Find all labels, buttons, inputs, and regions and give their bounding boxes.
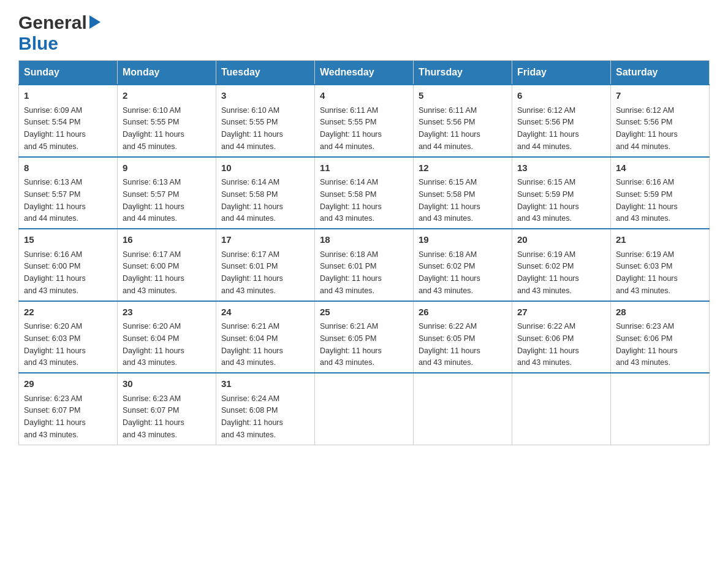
calendar-day-cell: 7Sunrise: 6:12 AM Sunset: 5:56 PM Daylig… bbox=[611, 85, 710, 157]
weekday-header-thursday: Thursday bbox=[414, 61, 512, 85]
day-number: 1 bbox=[24, 89, 112, 103]
day-info: Sunrise: 6:18 AM Sunset: 6:02 PM Dayligh… bbox=[419, 250, 480, 295]
calendar-day-cell: 28Sunrise: 6:23 AM Sunset: 6:06 PM Dayli… bbox=[611, 301, 710, 373]
calendar-day-cell: 6Sunrise: 6:12 AM Sunset: 5:56 PM Daylig… bbox=[512, 85, 611, 157]
day-info: Sunrise: 6:23 AM Sunset: 6:07 PM Dayligh… bbox=[24, 394, 86, 439]
calendar-day-cell: 29Sunrise: 6:23 AM Sunset: 6:07 PM Dayli… bbox=[19, 373, 118, 445]
logo-general-text: General bbox=[18, 12, 87, 33]
day-number: 28 bbox=[616, 305, 704, 320]
day-number: 3 bbox=[221, 89, 309, 103]
empty-cell bbox=[315, 373, 414, 445]
day-info: Sunrise: 6:20 AM Sunset: 6:04 PM Dayligh… bbox=[123, 322, 184, 367]
calendar-day-cell: 2Sunrise: 6:10 AM Sunset: 5:55 PM Daylig… bbox=[118, 85, 216, 157]
day-info: Sunrise: 6:16 AM Sunset: 5:59 PM Dayligh… bbox=[616, 178, 678, 223]
day-info: Sunrise: 6:21 AM Sunset: 6:04 PM Dayligh… bbox=[221, 322, 283, 367]
day-number: 25 bbox=[320, 305, 408, 320]
day-info: Sunrise: 6:11 AM Sunset: 5:55 PM Dayligh… bbox=[320, 106, 382, 151]
calendar-day-cell: 17Sunrise: 6:17 AM Sunset: 6:01 PM Dayli… bbox=[216, 229, 315, 301]
day-info: Sunrise: 6:21 AM Sunset: 6:05 PM Dayligh… bbox=[320, 322, 382, 367]
day-info: Sunrise: 6:14 AM Sunset: 5:58 PM Dayligh… bbox=[221, 178, 283, 223]
weekday-header-sunday: Sunday bbox=[19, 61, 118, 85]
calendar-day-cell: 8Sunrise: 6:13 AM Sunset: 5:57 PM Daylig… bbox=[19, 157, 118, 229]
day-number: 15 bbox=[24, 233, 112, 247]
day-number: 23 bbox=[123, 305, 211, 320]
calendar-day-cell: 19Sunrise: 6:18 AM Sunset: 6:02 PM Dayli… bbox=[414, 229, 512, 301]
calendar-table: SundayMondayTuesdayWednesdayThursdayFrid… bbox=[18, 60, 710, 445]
day-number: 8 bbox=[24, 161, 112, 175]
day-number: 7 bbox=[616, 89, 704, 103]
day-info: Sunrise: 6:20 AM Sunset: 6:03 PM Dayligh… bbox=[24, 322, 86, 367]
day-number: 5 bbox=[419, 89, 507, 103]
day-info: Sunrise: 6:19 AM Sunset: 6:03 PM Dayligh… bbox=[616, 250, 678, 295]
calendar-day-cell: 13Sunrise: 6:15 AM Sunset: 5:59 PM Dayli… bbox=[512, 157, 611, 229]
calendar-day-cell: 9Sunrise: 6:13 AM Sunset: 5:57 PM Daylig… bbox=[118, 157, 216, 229]
day-number: 26 bbox=[419, 305, 507, 320]
empty-cell bbox=[414, 373, 512, 445]
day-info: Sunrise: 6:10 AM Sunset: 5:55 PM Dayligh… bbox=[221, 106, 283, 151]
calendar-week-row: 1Sunrise: 6:09 AM Sunset: 5:54 PM Daylig… bbox=[19, 85, 710, 157]
weekday-header-wednesday: Wednesday bbox=[315, 61, 414, 85]
day-info: Sunrise: 6:23 AM Sunset: 6:07 PM Dayligh… bbox=[123, 394, 184, 439]
day-info: Sunrise: 6:12 AM Sunset: 5:56 PM Dayligh… bbox=[517, 106, 579, 151]
day-number: 6 bbox=[517, 89, 605, 103]
day-info: Sunrise: 6:23 AM Sunset: 6:06 PM Dayligh… bbox=[616, 322, 678, 367]
day-info: Sunrise: 6:17 AM Sunset: 6:00 PM Dayligh… bbox=[123, 250, 184, 295]
day-number: 22 bbox=[24, 305, 112, 320]
day-number: 24 bbox=[221, 305, 309, 320]
day-info: Sunrise: 6:12 AM Sunset: 5:56 PM Dayligh… bbox=[616, 106, 678, 151]
calendar-week-row: 8Sunrise: 6:13 AM Sunset: 5:57 PM Daylig… bbox=[19, 157, 710, 229]
calendar-day-cell: 18Sunrise: 6:18 AM Sunset: 6:01 PM Dayli… bbox=[315, 229, 414, 301]
day-number: 11 bbox=[320, 161, 408, 175]
day-number: 30 bbox=[123, 377, 211, 391]
calendar-day-cell: 22Sunrise: 6:20 AM Sunset: 6:03 PM Dayli… bbox=[19, 301, 118, 373]
calendar-day-cell: 25Sunrise: 6:21 AM Sunset: 6:05 PM Dayli… bbox=[315, 301, 414, 373]
day-info: Sunrise: 6:18 AM Sunset: 6:01 PM Dayligh… bbox=[320, 250, 382, 295]
day-info: Sunrise: 6:17 AM Sunset: 6:01 PM Dayligh… bbox=[221, 250, 283, 295]
logo-arrow-icon bbox=[89, 15, 100, 31]
calendar-day-cell: 10Sunrise: 6:14 AM Sunset: 5:58 PM Dayli… bbox=[216, 157, 315, 229]
day-info: Sunrise: 6:09 AM Sunset: 5:54 PM Dayligh… bbox=[24, 106, 86, 151]
day-info: Sunrise: 6:19 AM Sunset: 6:02 PM Dayligh… bbox=[517, 250, 579, 295]
day-number: 10 bbox=[221, 161, 309, 175]
day-info: Sunrise: 6:10 AM Sunset: 5:55 PM Dayligh… bbox=[123, 106, 184, 151]
calendar-day-cell: 11Sunrise: 6:14 AM Sunset: 5:58 PM Dayli… bbox=[315, 157, 414, 229]
day-number: 13 bbox=[517, 161, 605, 175]
day-info: Sunrise: 6:22 AM Sunset: 6:05 PM Dayligh… bbox=[419, 322, 480, 367]
calendar-day-cell: 4Sunrise: 6:11 AM Sunset: 5:55 PM Daylig… bbox=[315, 85, 414, 157]
calendar-day-cell: 23Sunrise: 6:20 AM Sunset: 6:04 PM Dayli… bbox=[118, 301, 216, 373]
empty-cell bbox=[512, 373, 611, 445]
calendar-day-cell: 1Sunrise: 6:09 AM Sunset: 5:54 PM Daylig… bbox=[19, 85, 118, 157]
day-number: 27 bbox=[517, 305, 605, 320]
calendar-day-cell: 16Sunrise: 6:17 AM Sunset: 6:00 PM Dayli… bbox=[118, 229, 216, 301]
day-info: Sunrise: 6:11 AM Sunset: 5:56 PM Dayligh… bbox=[419, 106, 480, 151]
calendar-day-cell: 31Sunrise: 6:24 AM Sunset: 6:08 PM Dayli… bbox=[216, 373, 315, 445]
page-header: General Blue bbox=[18, 12, 710, 54]
calendar-day-cell: 26Sunrise: 6:22 AM Sunset: 6:05 PM Dayli… bbox=[414, 301, 512, 373]
calendar-day-cell: 15Sunrise: 6:16 AM Sunset: 6:00 PM Dayli… bbox=[19, 229, 118, 301]
day-number: 4 bbox=[320, 89, 408, 103]
day-info: Sunrise: 6:16 AM Sunset: 6:00 PM Dayligh… bbox=[24, 250, 86, 295]
day-number: 31 bbox=[221, 377, 309, 391]
weekday-header-saturday: Saturday bbox=[611, 61, 710, 85]
svg-marker-0 bbox=[89, 15, 100, 29]
calendar-day-cell: 21Sunrise: 6:19 AM Sunset: 6:03 PM Dayli… bbox=[611, 229, 710, 301]
calendar-day-cell: 3Sunrise: 6:10 AM Sunset: 5:55 PM Daylig… bbox=[216, 85, 315, 157]
logo-blue-text: Blue bbox=[18, 33, 58, 53]
day-info: Sunrise: 6:15 AM Sunset: 5:59 PM Dayligh… bbox=[517, 178, 579, 223]
calendar-week-row: 15Sunrise: 6:16 AM Sunset: 6:00 PM Dayli… bbox=[19, 229, 710, 301]
day-number: 17 bbox=[221, 233, 309, 247]
day-number: 19 bbox=[419, 233, 507, 247]
day-number: 12 bbox=[419, 161, 507, 175]
logo: General Blue bbox=[18, 12, 100, 54]
calendar-day-cell: 20Sunrise: 6:19 AM Sunset: 6:02 PM Dayli… bbox=[512, 229, 611, 301]
calendar-day-cell: 14Sunrise: 6:16 AM Sunset: 5:59 PM Dayli… bbox=[611, 157, 710, 229]
day-number: 16 bbox=[123, 233, 211, 247]
day-info: Sunrise: 6:24 AM Sunset: 6:08 PM Dayligh… bbox=[221, 394, 283, 439]
calendar-week-row: 29Sunrise: 6:23 AM Sunset: 6:07 PM Dayli… bbox=[19, 373, 710, 445]
day-number: 14 bbox=[616, 161, 704, 175]
weekday-header-monday: Monday bbox=[118, 61, 216, 85]
weekday-header-tuesday: Tuesday bbox=[216, 61, 315, 85]
calendar-week-row: 22Sunrise: 6:20 AM Sunset: 6:03 PM Dayli… bbox=[19, 301, 710, 373]
calendar-day-cell: 27Sunrise: 6:22 AM Sunset: 6:06 PM Dayli… bbox=[512, 301, 611, 373]
day-number: 20 bbox=[517, 233, 605, 247]
